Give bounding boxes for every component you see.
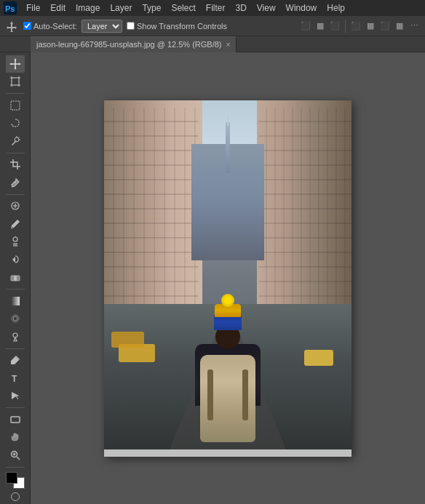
zoom-tool[interactable] bbox=[6, 447, 25, 464]
show-transform-label[interactable]: Show Transform Controls bbox=[127, 22, 227, 31]
document-tab[interactable]: jason-leung-667985-unsplash.jpg @ 12.5% … bbox=[31, 36, 237, 52]
svg-rect-25 bbox=[11, 297, 20, 305]
tab-bar: jason-leung-667985-unsplash.jpg @ 12.5% … bbox=[0, 36, 425, 52]
menu-select[interactable]: Select bbox=[167, 1, 199, 15]
svg-line-32 bbox=[17, 457, 20, 460]
distribute-icon[interactable]: ▦ bbox=[393, 20, 406, 33]
tool-sep-6 bbox=[6, 407, 25, 408]
spire-top bbox=[227, 115, 229, 126]
svg-point-22 bbox=[13, 237, 17, 241]
align-icons: ⬛ ▦ ⬛ ⬛ ▦ ⬛ ▦ ⋯ bbox=[299, 20, 421, 33]
taxi-3 bbox=[304, 350, 333, 366]
artboard-tool[interactable] bbox=[6, 73, 25, 91]
svg-rect-30 bbox=[11, 417, 20, 423]
menu-type[interactable]: Type bbox=[138, 1, 165, 15]
move-tool-icon bbox=[4, 19, 19, 33]
menu-image[interactable]: Image bbox=[71, 1, 104, 15]
align-bottom-icon[interactable]: ⬛ bbox=[378, 20, 392, 33]
tool-sep-2 bbox=[6, 153, 25, 153]
left-toolbar: T bbox=[0, 52, 31, 504]
taxi-2 bbox=[111, 332, 144, 348]
gradient-tool[interactable] bbox=[6, 292, 25, 310]
pen-tool[interactable] bbox=[6, 352, 25, 369]
align-center-v-icon[interactable]: ▦ bbox=[364, 20, 377, 33]
color-swatches[interactable] bbox=[6, 472, 25, 489]
menu-3d[interactable]: 3D bbox=[231, 1, 250, 15]
svg-text:Ps: Ps bbox=[5, 4, 15, 13]
menu-window[interactable]: Window bbox=[282, 1, 322, 15]
menu-edit[interactable]: Edit bbox=[46, 1, 70, 15]
document-canvas bbox=[104, 100, 351, 457]
spire bbox=[226, 122, 230, 173]
show-transform-checkbox[interactable] bbox=[127, 22, 135, 30]
menu-bar: Ps File Edit Image Layer Type Select Fil… bbox=[0, 0, 425, 16]
lasso-tool[interactable] bbox=[6, 115, 25, 132]
layer-dropdown[interactable]: Layer bbox=[82, 20, 122, 33]
svg-text:T: T bbox=[12, 374, 17, 383]
tab-close-button[interactable]: × bbox=[226, 41, 231, 49]
svg-rect-12 bbox=[11, 101, 20, 110]
align-right-icon[interactable]: ⬛ bbox=[328, 20, 341, 33]
menu-help[interactable]: Help bbox=[322, 1, 349, 15]
menu-view[interactable]: View bbox=[253, 1, 280, 15]
tool-sep-7 bbox=[6, 467, 25, 468]
eraser-tool[interactable] bbox=[6, 269, 25, 287]
type-tool[interactable]: T bbox=[6, 369, 25, 387]
person-silhouette bbox=[188, 311, 268, 449]
history-brush-tool[interactable] bbox=[6, 251, 25, 268]
bottom-scroll-strip bbox=[104, 449, 351, 457]
healing-tool[interactable] bbox=[6, 197, 25, 215]
svg-point-27 bbox=[13, 316, 17, 321]
brush-tool[interactable] bbox=[6, 215, 25, 233]
align-top-icon[interactable]: ⬛ bbox=[349, 20, 362, 33]
marquee-tool[interactable] bbox=[6, 97, 25, 114]
align-left-icon[interactable]: ⬛ bbox=[299, 20, 312, 33]
quick-mask-icon[interactable] bbox=[11, 492, 20, 501]
tool-sep-5 bbox=[6, 348, 25, 349]
more-icon[interactable]: ⋯ bbox=[408, 20, 421, 33]
canvas-area[interactable] bbox=[31, 52, 425, 504]
clone-tool[interactable] bbox=[6, 233, 25, 251]
eyedropper-tool[interactable] bbox=[6, 174, 25, 191]
path-select-tool[interactable] bbox=[6, 388, 25, 405]
hand-tool[interactable] bbox=[6, 429, 25, 447]
tab-filename: jason-leung-667985-unsplash.jpg @ 12.5% … bbox=[36, 40, 222, 49]
svg-rect-3 bbox=[12, 78, 19, 85]
separator-1 bbox=[345, 20, 346, 33]
app-logo: Ps bbox=[3, 1, 17, 15]
dodge-tool[interactable] bbox=[6, 328, 25, 345]
tool-sep-4 bbox=[6, 289, 25, 289]
magic-wand-tool[interactable] bbox=[6, 132, 25, 150]
menu-filter[interactable]: Filter bbox=[202, 1, 230, 15]
photo-layer bbox=[104, 100, 351, 449]
menu-layer[interactable]: Layer bbox=[106, 1, 136, 15]
auto-select-checkbox[interactable] bbox=[23, 22, 31, 30]
svg-marker-2 bbox=[7, 21, 17, 32]
shape-tool[interactable] bbox=[6, 411, 25, 428]
tool-sep-3 bbox=[6, 194, 25, 195]
auto-select-label[interactable]: Auto-Select: bbox=[23, 22, 77, 31]
crop-tool[interactable] bbox=[6, 156, 25, 173]
main-area: T bbox=[0, 52, 425, 504]
tool-sep-1 bbox=[6, 93, 25, 94]
options-bar: Auto-Select: Layer Show Transform Contro… bbox=[0, 16, 425, 36]
mode-icons bbox=[11, 492, 20, 501]
blur-tool[interactable] bbox=[6, 311, 25, 328]
menu-file[interactable]: File bbox=[22, 1, 44, 15]
align-center-h-icon[interactable]: ▦ bbox=[314, 20, 327, 33]
move-tool[interactable] bbox=[6, 55, 25, 73]
svg-point-16 bbox=[15, 137, 19, 142]
svg-point-21 bbox=[11, 226, 13, 228]
